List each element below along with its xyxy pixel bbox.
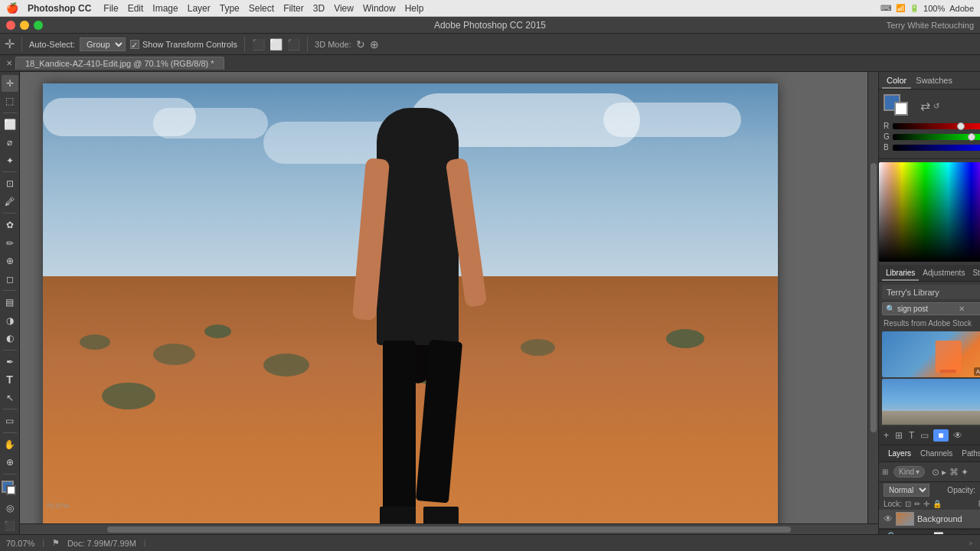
layers-header: Layers Channels Paths (879, 445, 980, 462)
minimize-button[interactable] (20, 21, 29, 30)
g-slider[interactable] (893, 134, 980, 140)
color-boxes[interactable] (884, 94, 911, 117)
spot-heal-tool[interactable]: ✿ (2, 217, 18, 233)
tab-swatches[interactable]: Swatches (911, 73, 957, 89)
tab-styles[interactable]: Styles (969, 266, 980, 281)
library-icon-2[interactable]: T (907, 429, 916, 442)
color-spectrum[interactable] (879, 162, 980, 262)
b-slider[interactable] (893, 145, 980, 151)
lasso-tool[interactable]: ⌀ (2, 134, 18, 151)
app-name[interactable]: Photoshop CC (28, 3, 91, 14)
add-library-item-icon[interactable]: + (882, 429, 890, 442)
menu-select[interactable]: Select (249, 3, 274, 14)
vertical-scrollbar[interactable] (867, 72, 878, 523)
system-icons: ⌨ 📶 🔋 100% Adobe (880, 4, 974, 13)
library-icon-4[interactable]: ■ (933, 429, 948, 442)
artboard-tool[interactable]: ⬚ (2, 93, 18, 110)
eyedropper-tool[interactable]: 🖉 (2, 194, 18, 210)
file-tab[interactable]: 18_Kandice-AZ-410-Edit.jpg @ 70.1% (RGB/… (15, 57, 224, 70)
eraser-icon: ◻ (6, 274, 14, 285)
screen-mode[interactable]: ⬛ (2, 518, 18, 535)
library-icon-1[interactable]: ⊞ (893, 429, 904, 442)
library-search[interactable]: 🔍 ✕ (882, 302, 980, 315)
doc-size: Doc: 7.99M/7.99M (67, 539, 136, 548)
dodge-tool[interactable]: ◐ (2, 330, 18, 347)
auto-select-dropdown[interactable]: Group Layer (80, 37, 126, 51)
menu-layer[interactable]: Layer (188, 3, 211, 14)
brush-icon: ✏ (6, 238, 14, 249)
transform-controls-checkbox[interactable]: ✓ Show Transform Controls (130, 40, 237, 49)
reset-colors-icon[interactable]: ↺ (933, 102, 939, 110)
brush-tool[interactable]: ✏ (2, 235, 18, 252)
menu-items: File Edit Image Layer Type Select Filter… (103, 3, 423, 14)
menu-view[interactable]: View (334, 3, 354, 14)
gradient-tool[interactable]: ▤ (2, 294, 18, 311)
type-tool[interactable]: T (2, 371, 18, 388)
align-right-icon[interactable]: ⬛ (287, 38, 300, 51)
align-center-icon[interactable]: ⬜ (270, 38, 283, 51)
crop-icon: ⊡ (6, 178, 14, 189)
layer-visibility-icon[interactable]: 👁 (884, 514, 893, 524)
lock-position-icon[interactable]: ✛ (923, 500, 929, 508)
menu-edit[interactable]: Edit (128, 3, 144, 14)
layer-row-background[interactable]: 👁 Background 🔒 (879, 510, 980, 529)
status-right-info: ▸ (969, 538, 974, 548)
library-search-input[interactable] (897, 305, 959, 313)
zoom-tool[interactable]: ⊕ (2, 454, 18, 471)
tab-close-icon[interactable]: ✕ (6, 59, 12, 67)
library-dropdown[interactable]: Terry's Library ▾ (882, 285, 980, 299)
tab-libraries[interactable]: Libraries (882, 266, 919, 281)
menu-help[interactable]: Help (405, 3, 424, 14)
tab-layers[interactable]: Layers (884, 448, 916, 459)
clone-stamp-tool[interactable]: ⊕ (2, 253, 18, 269)
layers-search[interactable]: Kind ▾ (893, 466, 925, 478)
blur-tool[interactable]: ◑ (2, 312, 18, 329)
background-color-box[interactable] (894, 102, 908, 116)
pen-tool[interactable]: ✒ (2, 354, 18, 370)
align-left-icon[interactable]: ⬛ (252, 38, 265, 51)
stock-thumb-1[interactable]: Adobe Stock (882, 331, 980, 377)
library-icon-5[interactable]: 👁 (952, 429, 964, 442)
magic-wand-tool[interactable]: ✦ (2, 152, 18, 169)
3d-roll-icon[interactable]: ⊕ (370, 38, 379, 51)
close-button[interactable] (6, 21, 15, 30)
menu-image[interactable]: Image (152, 3, 178, 14)
marquee-tool[interactable]: ⬜ (2, 116, 18, 133)
tab-adjustments[interactable]: Adjustments (919, 266, 969, 281)
lock-pixels-icon[interactable]: ✏ (914, 500, 920, 508)
quick-mask-tool[interactable]: ◎ (2, 500, 18, 517)
tab-color[interactable]: Color (882, 73, 911, 89)
crop-tool[interactable]: ⊡ (2, 175, 18, 192)
menu-type[interactable]: Type (220, 3, 240, 14)
3d-rotate-icon[interactable]: ↻ (356, 38, 365, 51)
type-icon: T (6, 373, 13, 386)
swap-colors-icon[interactable]: ⇄ (920, 99, 930, 113)
path-select-tool[interactable]: ↖ (2, 390, 18, 406)
blend-mode-select[interactable]: Normal Multiply Screen (884, 484, 929, 497)
maximize-button[interactable] (34, 21, 43, 30)
color-selector[interactable] (0, 478, 20, 498)
rectangle-tool[interactable]: ▭ (2, 412, 18, 429)
menu-filter[interactable]: Filter (283, 3, 304, 14)
r-slider[interactable] (893, 123, 980, 129)
h-scroll-thumb[interactable] (107, 527, 792, 533)
library-icon-3[interactable]: ▭ (919, 429, 930, 442)
lock-all-icon[interactable]: 🔒 (933, 500, 942, 508)
apple-menu[interactable]: 🍎 (6, 2, 18, 14)
background-color[interactable] (6, 485, 16, 495)
menu-file[interactable]: File (103, 3, 118, 14)
tab-channels[interactable]: Channels (916, 448, 957, 459)
horizontal-scrollbar[interactable] (20, 523, 878, 534)
menu-3d[interactable]: 3D (313, 3, 325, 14)
move-tool[interactable]: ✛ (2, 75, 18, 92)
hand-tool[interactable]: ✋ (2, 436, 18, 453)
tab-paths[interactable]: Paths (957, 448, 980, 459)
canvas-info: 70.07% (46, 502, 70, 510)
v-scroll-thumb[interactable] (871, 163, 877, 432)
eraser-tool[interactable]: ◻ (2, 271, 18, 288)
stock-thumb-2[interactable] (882, 379, 980, 425)
canvas-area[interactable]: 70.07% (20, 72, 867, 523)
menu-window[interactable]: Window (363, 3, 396, 14)
lock-transparent-icon[interactable]: ⊡ (905, 500, 911, 508)
library-search-clear-icon[interactable]: ✕ (959, 305, 965, 313)
